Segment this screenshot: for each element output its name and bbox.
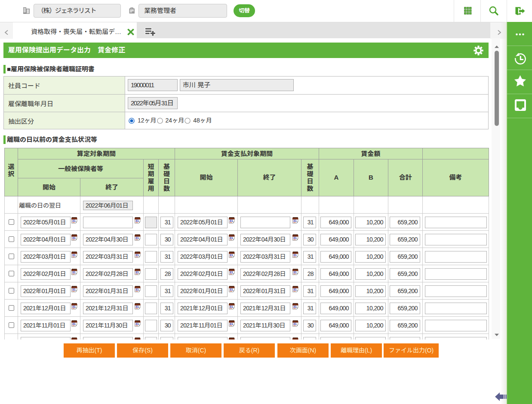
- svg-text:31: 31: [293, 271, 297, 274]
- svg-text:31: 31: [230, 219, 233, 222]
- svg-text:31: 31: [293, 305, 297, 308]
- svg-text:31: 31: [72, 236, 76, 239]
- svg-text:31: 31: [72, 271, 76, 274]
- svg-text:31: 31: [135, 305, 139, 308]
- svg-text:31: 31: [230, 236, 233, 239]
- svg-text:31: 31: [72, 219, 76, 222]
- svg-text:31: 31: [293, 322, 297, 325]
- svg-text:31: 31: [72, 305, 76, 308]
- svg-text:31: 31: [135, 254, 139, 257]
- svg-text:31: 31: [72, 288, 76, 291]
- svg-text:31: 31: [72, 254, 76, 257]
- svg-text:31: 31: [135, 322, 139, 325]
- svg-text:31: 31: [230, 305, 233, 308]
- svg-text:31: 31: [293, 254, 297, 257]
- svg-text:31: 31: [135, 288, 139, 291]
- svg-text:31: 31: [230, 254, 233, 257]
- svg-text:31: 31: [135, 219, 139, 222]
- svg-text:31: 31: [293, 219, 297, 222]
- svg-text:31: 31: [135, 236, 139, 239]
- svg-text:31: 31: [230, 271, 233, 274]
- svg-text:31: 31: [230, 322, 233, 325]
- svg-text:31: 31: [293, 288, 297, 291]
- svg-text:31: 31: [230, 288, 233, 291]
- svg-text:31: 31: [135, 271, 139, 274]
- svg-text:31: 31: [72, 322, 76, 325]
- svg-text:31: 31: [293, 236, 297, 239]
